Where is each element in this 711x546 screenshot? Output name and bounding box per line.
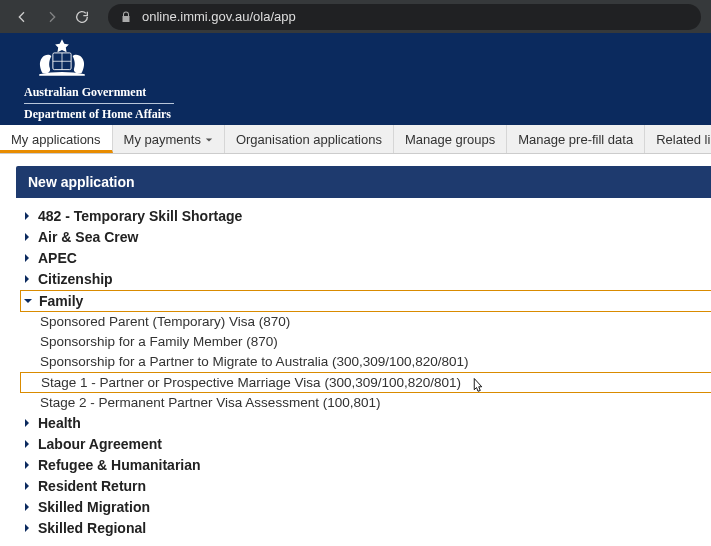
tab-label: Related links (656, 132, 711, 147)
cat-air-sea[interactable]: Air & Sea Crew (20, 227, 711, 248)
chevron-right-icon (20, 437, 34, 451)
tab-organisation-applications[interactable]: Organisation applications (225, 125, 394, 153)
cat-label: Refugee & Humanitarian (38, 457, 201, 473)
sub-sponsorship-partner[interactable]: Sponsorship for a Partner to Migrate to … (20, 352, 711, 372)
forward-icon[interactable] (40, 5, 64, 29)
tab-label: Organisation applications (236, 132, 382, 147)
sub-label: Sponsorship for a Family Member (870) (40, 334, 278, 349)
url-text: online.immi.gov.au/ola/app (142, 9, 296, 24)
sub-sponsorship-family[interactable]: Sponsorship for a Family Member (870) (20, 332, 711, 352)
gov-dept: Department of Home Affairs (24, 107, 693, 122)
cat-482[interactable]: 482 - Temporary Skill Shortage (20, 206, 711, 227)
content-area: New application 482 - Temporary Skill Sh… (0, 154, 711, 539)
cat-family[interactable]: Family (20, 290, 711, 312)
cat-label: Skilled Regional (38, 520, 146, 536)
cat-label: Family (39, 293, 83, 309)
chevron-right-icon (20, 230, 34, 244)
lock-icon (120, 11, 132, 23)
cat-label: APEC (38, 250, 77, 266)
cat-label: Skilled Migration (38, 499, 150, 515)
cat-label: Health (38, 415, 81, 431)
tab-manage-prefill[interactable]: Manage pre-fill data (507, 125, 645, 153)
cat-refugee[interactable]: Refugee & Humanitarian (20, 455, 711, 476)
chevron-right-icon (20, 521, 34, 535)
cursor-icon (469, 377, 487, 398)
site-header: Australian Government Department of Home… (0, 33, 711, 125)
tab-label: Manage groups (405, 132, 495, 147)
tab-related-links[interactable]: Related links (645, 125, 711, 153)
chevron-right-icon (20, 251, 34, 265)
cat-label: 482 - Temporary Skill Shortage (38, 208, 242, 224)
chevron-right-icon (20, 416, 34, 430)
back-icon[interactable] (10, 5, 34, 29)
cat-apec[interactable]: APEC (20, 248, 711, 269)
chevron-right-icon (20, 500, 34, 514)
sub-label: Sponsorship for a Partner to Migrate to … (40, 354, 469, 369)
cat-resident-return[interactable]: Resident Return (20, 476, 711, 497)
sub-stage1-partner[interactable]: Stage 1 - Partner or Prospective Marriag… (20, 372, 711, 393)
caret-down-icon (205, 132, 213, 147)
cat-labour[interactable]: Labour Agreement (20, 434, 711, 455)
tab-manage-groups[interactable]: Manage groups (394, 125, 507, 153)
chevron-right-icon (20, 479, 34, 493)
sub-label: Sponsored Parent (Temporary) Visa (870) (40, 314, 290, 329)
chevron-down-icon (21, 294, 35, 308)
cat-skilled-regional[interactable]: Skilled Regional (20, 518, 711, 539)
main-nav: My applications My payments Organisation… (0, 125, 711, 154)
cat-label: Labour Agreement (38, 436, 162, 452)
panel-title: New application (16, 166, 711, 198)
tab-my-applications[interactable]: My applications (0, 125, 113, 153)
cat-label: Citizenship (38, 271, 113, 287)
sub-label: Stage 2 - Permanent Partner Visa Assessm… (40, 395, 380, 410)
tab-my-payments[interactable]: My payments (113, 125, 225, 153)
reload-icon[interactable] (70, 5, 94, 29)
chevron-right-icon (20, 209, 34, 223)
divider (24, 103, 174, 104)
cat-label: Air & Sea Crew (38, 229, 138, 245)
address-bar[interactable]: online.immi.gov.au/ola/app (108, 4, 701, 30)
tab-label: My applications (11, 132, 101, 147)
browser-chrome: online.immi.gov.au/ola/app (0, 0, 711, 33)
category-list: 482 - Temporary Skill Shortage Air & Sea… (16, 198, 711, 539)
sub-sponsored-parent[interactable]: Sponsored Parent (Temporary) Visa (870) (20, 312, 711, 332)
gov-title: Australian Government (24, 85, 693, 100)
chevron-right-icon (20, 458, 34, 472)
coat-of-arms-icon (24, 37, 693, 81)
sub-label: Stage 1 - Partner or Prospective Marriag… (41, 375, 461, 390)
tab-label: My payments (124, 132, 201, 147)
cat-skilled-migration[interactable]: Skilled Migration (20, 497, 711, 518)
cat-health[interactable]: Health (20, 413, 711, 434)
chevron-right-icon (20, 272, 34, 286)
cat-label: Resident Return (38, 478, 146, 494)
tab-label: Manage pre-fill data (518, 132, 633, 147)
sub-stage2-permanent[interactable]: Stage 2 - Permanent Partner Visa Assessm… (20, 393, 711, 413)
cat-citizenship[interactable]: Citizenship (20, 269, 711, 290)
